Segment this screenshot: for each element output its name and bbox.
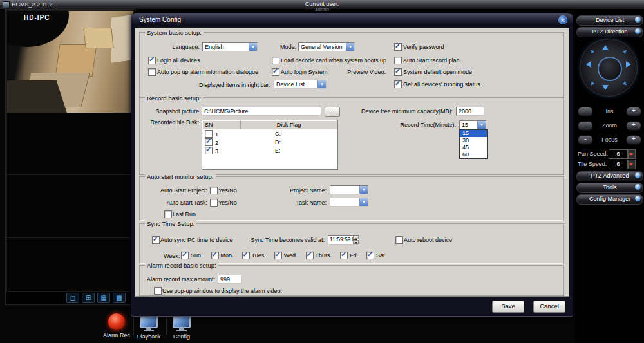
zoom-plus-button[interactable]: + (626, 121, 641, 131)
cancel-button[interactable]: Cancel (533, 301, 565, 313)
auto-sync-checkbox[interactable] (152, 236, 160, 244)
sidebar-config-manager-button[interactable]: Config Manager (576, 194, 643, 205)
record-time-select[interactable]: 15 ▼ (459, 120, 486, 129)
chevron-down-icon[interactable]: ▼ (317, 80, 326, 88)
video-cell-1[interactable]: HD-IPC (6, 10, 134, 113)
auto-reboot-checkbox[interactable] (395, 236, 403, 244)
dialog-titlebar[interactable]: System Config ✕ (131, 14, 573, 26)
displayed-items-select[interactable]: Device List ▼ (274, 80, 327, 89)
taskbar-playback[interactable]: Playback (134, 315, 164, 340)
video-cell-2[interactable] (6, 113, 134, 175)
layout-4-icon[interactable]: ⊞ (82, 293, 95, 303)
ptz-down-right-arrow-icon[interactable] (623, 81, 630, 88)
system-default-open-checkbox[interactable] (394, 68, 402, 76)
dropdown-option[interactable]: 60 (460, 151, 487, 158)
table-row[interactable]: 1 C: (202, 129, 337, 138)
sync-time-input[interactable]: 11:59:59 P (328, 235, 359, 245)
day-checkbox[interactable] (211, 252, 219, 259)
auto-start-record-plan-checkbox[interactable] (394, 57, 402, 64)
task-yesno-checkbox[interactable] (210, 199, 218, 207)
close-icon[interactable]: ✕ (558, 15, 567, 24)
pan-speed-spinner[interactable] (628, 149, 636, 159)
day-checkbox[interactable] (340, 252, 348, 259)
auto-popup-checkbox[interactable] (148, 68, 156, 76)
chevron-down-icon[interactable]: ▼ (249, 43, 257, 51)
dropdown-option[interactable]: 15 (460, 130, 487, 137)
day-checkbox[interactable] (366, 252, 374, 259)
dropdown-option[interactable]: 45 (460, 144, 487, 151)
ptz-down-left-arrow-icon[interactable] (588, 81, 595, 88)
focus-control-row: - Focus + (575, 135, 644, 144)
select-value: English (205, 44, 248, 50)
mode-select[interactable]: General Version ▼ (298, 42, 355, 51)
capacity-input[interactable] (456, 107, 484, 116)
ptz-up-arrow-icon[interactable] (602, 42, 609, 50)
tile-speed-row: Tile Speed: 6 (575, 160, 644, 169)
ptz-center-knob[interactable] (598, 57, 622, 81)
dropdown-option[interactable]: 30 (460, 137, 487, 144)
alarm-max-input[interactable] (218, 275, 242, 284)
expand-icon (635, 17, 641, 23)
ptz-left-arrow-icon[interactable] (583, 61, 591, 68)
ptz-up-left-arrow-icon[interactable] (588, 47, 595, 54)
chevron-down-icon[interactable]: ▼ (477, 121, 486, 129)
chevron-down-icon[interactable]: ▼ (346, 43, 354, 51)
layout-1-icon[interactable]: ◻ (66, 293, 79, 303)
snapshot-path-input[interactable] (202, 107, 321, 116)
disk-table-header: SN Disk Flag (202, 120, 337, 129)
use-popup-checkbox[interactable] (154, 287, 162, 295)
video-cell-4[interactable] (6, 237, 134, 292)
project-name-select[interactable]: ▼ (330, 185, 368, 194)
task-name-select[interactable]: ▼ (330, 198, 368, 207)
iris-plus-button[interactable]: + (626, 107, 641, 116)
spinner-up-icon[interactable] (353, 236, 359, 239)
day-checkbox[interactable] (181, 252, 189, 259)
verify-password-checkbox[interactable] (394, 43, 402, 51)
auto-login-checkbox[interactable] (272, 68, 279, 76)
disk-sn: 2 (215, 140, 218, 146)
ptz-right-arrow-icon[interactable] (626, 61, 634, 68)
disk-checkbox[interactable] (205, 147, 213, 154)
select-value: Device List (276, 81, 317, 88)
pan-speed-value[interactable]: 6 (609, 149, 628, 159)
table-row[interactable]: 3 E: (202, 146, 337, 154)
tile-speed-spinner[interactable] (628, 160, 636, 169)
get-all-devices-checkbox[interactable] (394, 80, 402, 88)
sidebar-device-list-button[interactable]: Device List (576, 15, 643, 26)
video-cell-3[interactable] (6, 174, 134, 238)
focus-plus-button[interactable]: + (626, 135, 641, 145)
language-select[interactable]: English ▼ (202, 42, 258, 51)
alarm-bell-icon (108, 313, 125, 330)
taskbar-config[interactable]: Config (167, 315, 196, 340)
day-label: Fri. (350, 252, 358, 259)
project-yesno-checkbox[interactable] (210, 187, 218, 194)
iris-control-row: - Iris + (575, 107, 644, 116)
login-all-devices-checkbox[interactable] (148, 57, 156, 64)
sidebar-ptz-direction-button[interactable]: PTZ Direction (576, 27, 643, 37)
tile-speed-value[interactable]: 6 (609, 160, 628, 169)
load-decode-checkbox[interactable] (272, 57, 279, 64)
dialog-body: System basic setup: Language: English ▼ … (135, 28, 569, 297)
sidebar-tools-button[interactable]: Tools (576, 183, 643, 193)
day-checkbox[interactable] (306, 252, 314, 259)
last-run-checkbox[interactable] (164, 210, 172, 218)
save-button[interactable]: Save (492, 301, 524, 313)
ptz-up-right-arrow-icon[interactable] (623, 47, 630, 54)
layout-16-icon[interactable]: ▩ (113, 293, 126, 303)
table-row[interactable]: 2 D: (202, 138, 337, 146)
chevron-down-icon[interactable]: ▼ (359, 198, 368, 206)
sidebar-ptz-advanced-button[interactable]: PTZ Advanced (576, 171, 643, 181)
displayed-items-label: Displayed items in right bar: (148, 82, 270, 88)
layout-buttons: ◻ ⊞ ▦ ▩ (66, 293, 126, 303)
taskbar-alarm-rec[interactable]: Alarm Rec (100, 313, 133, 338)
day-checkbox[interactable] (274, 252, 282, 259)
ptz-down-arrow-icon[interactable] (602, 85, 609, 93)
day-label: Wed. (284, 252, 298, 259)
spinner-down-icon[interactable] (353, 240, 359, 244)
layout-9-icon[interactable]: ▦ (97, 293, 110, 303)
config-monitor-icon (167, 315, 196, 331)
record-time-label: Record Time(Minute): (336, 122, 456, 128)
time-spinner[interactable] (353, 236, 359, 244)
day-checkbox[interactable] (242, 252, 250, 259)
chevron-down-icon[interactable]: ▼ (359, 186, 368, 194)
